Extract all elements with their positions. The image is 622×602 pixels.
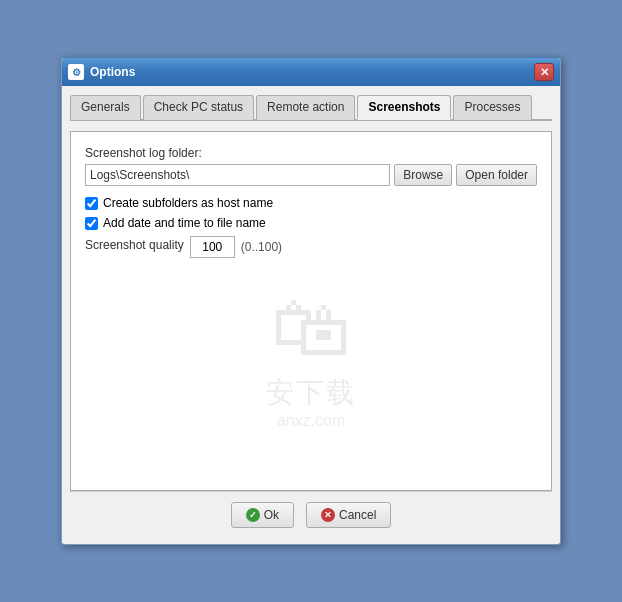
cancel-button[interactable]: ✕ Cancel bbox=[306, 502, 391, 528]
close-button[interactable]: ✕ bbox=[534, 63, 554, 81]
folder-label: Screenshot log folder: bbox=[85, 146, 537, 160]
watermark-icon: 🛍 bbox=[266, 282, 356, 374]
quality-label: Screenshot quality bbox=[85, 238, 184, 252]
watermark-zh: 安下载 bbox=[266, 374, 356, 412]
subfolders-checkbox[interactable] bbox=[85, 197, 98, 210]
tab-generals[interactable]: Generals bbox=[70, 95, 141, 120]
title-bar: ⚙ Options ✕ bbox=[62, 58, 560, 86]
datetime-row: Add date and time to file name bbox=[85, 216, 537, 230]
path-row: Browse Open folder bbox=[85, 164, 537, 186]
watermark-en: anxz.com bbox=[266, 412, 356, 430]
window-body: Generals Check PC status Remote action S… bbox=[62, 86, 560, 544]
datetime-checkbox[interactable] bbox=[85, 217, 98, 230]
subfolders-row: Create subfolders as host name bbox=[85, 196, 537, 210]
tab-screenshots[interactable]: Screenshots bbox=[357, 95, 451, 120]
options-window: ⚙ Options ✕ Generals Check PC status Rem… bbox=[61, 57, 561, 545]
ok-label: Ok bbox=[264, 508, 279, 522]
browse-button[interactable]: Browse bbox=[394, 164, 452, 186]
footer: ✓ Ok ✕ Cancel bbox=[70, 491, 552, 536]
tab-processes[interactable]: Processes bbox=[453, 95, 531, 120]
window-icon: ⚙ bbox=[68, 64, 84, 80]
cancel-icon: ✕ bbox=[321, 508, 335, 522]
ok-icon: ✓ bbox=[246, 508, 260, 522]
content-area: Screenshot log folder: Browse Open folde… bbox=[70, 131, 552, 491]
subfolders-label: Create subfolders as host name bbox=[103, 196, 273, 210]
cancel-label: Cancel bbox=[339, 508, 376, 522]
folder-path-input[interactable] bbox=[85, 164, 390, 186]
ok-button[interactable]: ✓ Ok bbox=[231, 502, 294, 528]
watermark: 🛍 安下载 anxz.com bbox=[266, 282, 356, 430]
quality-input[interactable] bbox=[190, 236, 235, 258]
tab-check-pc-status[interactable]: Check PC status bbox=[143, 95, 254, 120]
tab-bar: Generals Check PC status Remote action S… bbox=[70, 94, 552, 121]
tab-remote-action[interactable]: Remote action bbox=[256, 95, 355, 120]
quality-row: Screenshot quality (0..100) bbox=[85, 236, 537, 258]
quality-hint: (0..100) bbox=[241, 240, 282, 254]
open-folder-button[interactable]: Open folder bbox=[456, 164, 537, 186]
datetime-label: Add date and time to file name bbox=[103, 216, 266, 230]
window-title: Options bbox=[90, 65, 528, 79]
